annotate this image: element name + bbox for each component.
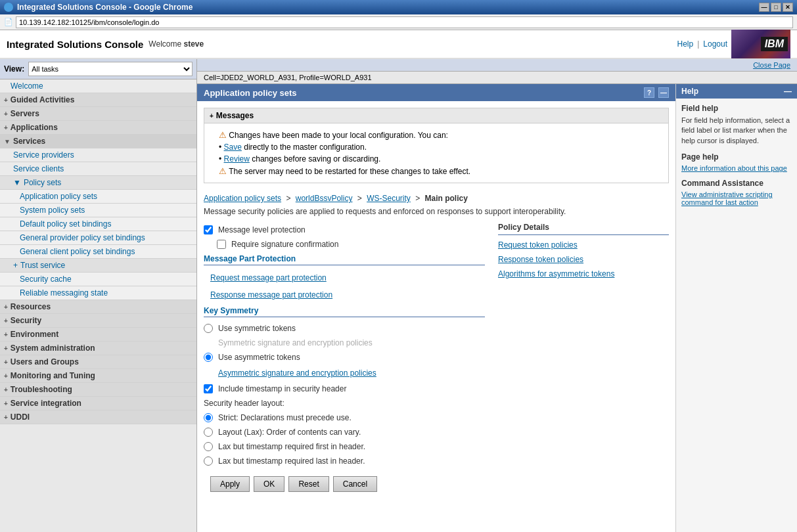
title-icons: ? — xyxy=(644,87,669,98)
sidebar-item-guided-activities[interactable]: + Guided Activities xyxy=(0,93,196,107)
window-title: Integrated Solutions Console - Google Ch… xyxy=(17,3,193,12)
minimize-panel-button[interactable]: — xyxy=(658,87,669,98)
logout-link[interactable]: Logout xyxy=(703,39,727,49)
sidebar-item-application-policy-sets[interactable]: Application policy sets xyxy=(0,190,196,204)
layout-strict-label[interactable]: Strict: Declarations must precede use. xyxy=(218,413,352,422)
asymmetric-sig-link[interactable]: Asymmetric signature and encryption poli… xyxy=(218,367,376,379)
message-level-protection-row: Message level protection xyxy=(204,223,485,237)
close-window-button[interactable]: ✕ xyxy=(783,3,793,12)
sidebar-item-service-clients[interactable]: Service clients xyxy=(0,162,196,176)
layout-strict-row: Strict: Declarations must precede use. xyxy=(204,410,485,425)
expand-messages-icon: + xyxy=(210,112,214,120)
welcome-label: Welcome steve xyxy=(148,39,204,49)
sidebar-item-users-groups[interactable]: + Users and Groups xyxy=(0,355,196,369)
page-title: Application policy sets xyxy=(204,88,297,98)
use-asymmetric-row: Use asymmetric tokens xyxy=(204,350,485,365)
review-link[interactable]: Review xyxy=(224,154,250,164)
layout-lax-label[interactable]: Layout (Lax): Order of contents can vary… xyxy=(218,428,361,437)
breadcrumb-link-1[interactable]: Application policy sets xyxy=(204,194,281,203)
expand-icon: ▼ xyxy=(4,138,11,145)
response-message-part-link[interactable]: Response message part protection xyxy=(210,289,332,301)
sidebar-item-service-integration[interactable]: + Service integration xyxy=(0,397,196,410)
breadcrumb-link-3[interactable]: WS-Security xyxy=(367,194,411,203)
require-signature-label[interactable]: Require signature confirmation xyxy=(231,240,338,249)
require-signature-checkbox[interactable] xyxy=(217,240,226,249)
sidebar-item-welcome[interactable]: Welcome xyxy=(0,79,196,93)
request-message-part-link[interactable]: Request message part protection xyxy=(210,272,327,284)
request-token-policies-link[interactable]: Request token policies xyxy=(498,239,669,251)
sidebar-item-uddi[interactable]: + UDDI xyxy=(0,410,196,424)
sidebar-item-servers[interactable]: + Servers xyxy=(0,107,196,121)
help-panel-title: Help — xyxy=(676,84,797,99)
use-symmetric-radio[interactable] xyxy=(204,324,213,333)
command-assistance-link[interactable]: View administrative scripting command fo… xyxy=(681,190,792,206)
apply-button[interactable]: Apply xyxy=(210,476,250,492)
layout-lax-ts-last-label[interactable]: Lax but timestamp required last in heade… xyxy=(218,456,365,466)
ok-button[interactable]: OK xyxy=(254,476,285,492)
address-input[interactable] xyxy=(16,16,793,28)
include-timestamp-checkbox[interactable] xyxy=(204,384,213,393)
request-message-part-row: Request message part protection xyxy=(204,269,485,286)
expand-icon: + xyxy=(4,372,8,380)
save-link[interactable]: Save xyxy=(224,143,242,152)
expand-icon: + xyxy=(4,317,8,324)
expand-icon: + xyxy=(4,97,8,104)
minimize-button[interactable]: — xyxy=(759,3,769,12)
close-page-link[interactable]: Close Page xyxy=(753,61,790,69)
sidebar-item-system-policy-sets[interactable]: System policy sets xyxy=(0,204,196,217)
sidebar: View: All tasks Welcome + Guided Activit… xyxy=(0,59,197,532)
layout-lax-radio[interactable] xyxy=(204,428,213,437)
header-sep: | xyxy=(697,39,699,49)
breadcrumb-link-2[interactable]: worldBssvPolicy xyxy=(296,194,353,203)
response-token-policies-link[interactable]: Response token policies xyxy=(498,254,669,265)
sidebar-item-system-administration[interactable]: + System administration xyxy=(0,342,196,355)
command-assistance-title: Command Assistance xyxy=(681,179,792,188)
sidebar-item-monitoring-tuning[interactable]: + Monitoring and Tuning xyxy=(0,369,196,383)
use-symmetric-label[interactable]: Use symmetric tokens xyxy=(218,324,296,333)
use-asymmetric-radio[interactable] xyxy=(204,353,213,362)
sidebar-item-trust-service[interactable]: + Trust service xyxy=(0,259,196,273)
message-level-protection-checkbox[interactable] xyxy=(204,225,213,234)
layout-strict-radio[interactable] xyxy=(204,413,213,422)
sidebar-item-security[interactable]: + Security xyxy=(0,314,196,328)
view-select[interactable]: All tasks xyxy=(28,62,193,76)
sidebar-item-general-client-bindings[interactable]: General client policy set bindings xyxy=(0,245,196,259)
layout-lax-ts-first-label[interactable]: Lax but timestamp required first in head… xyxy=(218,442,365,451)
layout-lax-ts-first-radio[interactable] xyxy=(204,442,213,451)
security-header-label-row: Security header layout: xyxy=(204,396,485,410)
page-help-title: Page help xyxy=(681,152,792,162)
sidebar-item-applications[interactable]: + Applications xyxy=(0,121,196,135)
sidebar-item-reliable-messaging[interactable]: Reliable messaging state xyxy=(0,286,196,300)
button-bar: Apply OK Reset Cancel xyxy=(204,468,669,500)
sidebar-item-resources[interactable]: + Resources xyxy=(0,300,196,314)
sidebar-item-default-policy-set-bindings[interactable]: Default policy set bindings xyxy=(0,217,196,231)
sidebar-item-security-cache[interactable]: Security cache xyxy=(0,273,196,286)
warning-icon-2: ⚠ xyxy=(219,166,227,176)
sidebar-item-policy-sets[interactable]: ▼ Policy sets xyxy=(0,176,196,190)
help-link[interactable]: Help xyxy=(677,39,693,49)
expand-icon: + xyxy=(4,110,8,118)
reset-button[interactable]: Reset xyxy=(288,476,329,492)
help-icon-button[interactable]: ? xyxy=(644,87,654,98)
window-controls: — □ ✕ xyxy=(759,3,793,12)
help-collapse-icon[interactable]: — xyxy=(784,87,792,96)
sidebar-item-service-providers[interactable]: Service providers xyxy=(0,148,196,162)
sidebar-item-environment[interactable]: + Environment xyxy=(0,328,196,342)
message-level-protection-label[interactable]: Message level protection xyxy=(218,225,306,234)
layout-lax-ts-last-radio[interactable] xyxy=(204,456,213,466)
title-icon xyxy=(4,3,13,12)
layout-lax-row: Layout (Lax): Order of contents can vary… xyxy=(204,425,485,439)
sidebar-item-services[interactable]: ▼ Services xyxy=(0,135,196,148)
algorithms-asymmetric-link[interactable]: Algorithms for asymmetric tokens xyxy=(498,268,669,280)
page-help-link[interactable]: More information about this page xyxy=(681,164,792,172)
ibm-logo: IBM xyxy=(761,37,788,51)
use-asymmetric-label[interactable]: Use asymmetric tokens xyxy=(218,353,300,362)
sidebar-item-troubleshooting[interactable]: + Troubleshooting xyxy=(0,383,196,397)
expand-icon: + xyxy=(4,345,8,352)
cancel-button[interactable]: Cancel xyxy=(333,476,377,492)
main-layout: View: All tasks Welcome + Guided Activit… xyxy=(0,59,797,532)
maximize-button[interactable]: □ xyxy=(771,3,781,12)
sidebar-item-general-provider-bindings[interactable]: General provider policy set bindings xyxy=(0,231,196,245)
include-timestamp-label[interactable]: Include timestamp in security header xyxy=(218,384,346,393)
warning-icon: ⚠ xyxy=(219,130,227,140)
